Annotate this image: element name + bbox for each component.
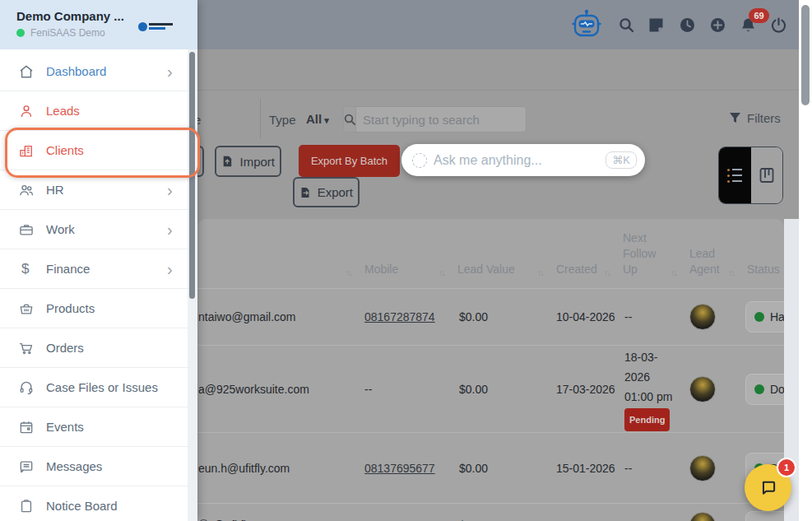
filters-label: Filters [747, 111, 781, 125]
chevron-right-icon: › [167, 221, 173, 238]
filters-button[interactable]: Filters [729, 111, 781, 125]
chat-unread-badge: 1 [777, 458, 796, 477]
workspace-name: FeniSAAS Demo [30, 27, 105, 39]
caret-down-icon: ▾ [324, 115, 329, 125]
list-view-icon [727, 169, 742, 183]
lead-agent-avatar[interactable] [689, 376, 716, 402]
column-header-next-follow-up[interactable]: Next Follow Up [623, 230, 666, 277]
power-logout-icon[interactable] [771, 17, 786, 33]
sidebar-item-label: Products [46, 301, 95, 315]
briefcase-icon [18, 221, 35, 238]
sidebar-item-label: Finance [46, 262, 90, 276]
sidebar-item-hr[interactable]: HR › [0, 170, 188, 210]
sidebar-item-dashboard[interactable]: Dashboard › [0, 52, 188, 91]
column-header-mobile[interactable]: Mobile [364, 262, 398, 277]
status-badge[interactable]: D [745, 511, 784, 521]
sidebar-item-case-files[interactable]: Case Files or Issues [0, 368, 188, 407]
sidebar-item-finance[interactable]: $ Finance › [0, 249, 188, 289]
cell-created: 10-04-2026 [556, 310, 615, 323]
leads-table-card: ↑↓ Mobile ↑↓ Lead Value ↑↓ Created ↑↓ Ne… [197, 219, 784, 521]
file-export-icon [299, 186, 311, 199]
clipboard-icon [18, 498, 35, 514]
cell-mobile-link[interactable]: 08167287874 [364, 310, 435, 323]
global-search-icon[interactable] [619, 17, 634, 33]
cell-mobile-link[interactable]: 08137695677 [364, 462, 435, 475]
cell-email: eun.h@ufitfly.com [198, 462, 290, 475]
sidebar-item-label: Work [46, 222, 75, 236]
users-icon [18, 182, 35, 198]
sidebar-item-events[interactable]: Events [0, 407, 188, 447]
headset-icon [18, 379, 35, 396]
follow-up-datetime: 18-03-2026 01:00 pm [624, 351, 672, 403]
cell-next-follow-up: -- [624, 458, 677, 478]
lead-agent-avatar[interactable] [689, 455, 716, 481]
lead-agent-avatar[interactable] [689, 512, 716, 521]
chevron-right-icon: › [167, 261, 173, 277]
home-icon [18, 63, 35, 80]
type-dropdown[interactable]: All▾ [306, 112, 329, 126]
window-scrollbar-thumb[interactable] [801, 5, 810, 105]
sort-icon[interactable]: ↑↓ [604, 267, 610, 277]
export-label: Export [318, 185, 353, 199]
sidebar-item-label: HR [46, 183, 64, 197]
sidebar-company-header[interactable]: Demo Company ... FeniSAAS Demo [0, 0, 197, 49]
table-row[interactable]: eun.h@ufitfly.com 08137695677 $0.00 15-0… [197, 433, 784, 504]
assistant-robot-icon[interactable] [569, 7, 604, 42]
status-badge[interactable]: Hal [745, 301, 784, 333]
table-row[interactable]: @ufitfly.com $0.00 15-01-2026 D [197, 504, 784, 521]
status-label: Hal [770, 310, 784, 323]
export-by-batch-label: Export By Batch [311, 155, 387, 167]
cell-created: 17-03-2026 [556, 383, 615, 396]
sidebar-scrollbar-thumb[interactable] [189, 52, 195, 299]
column-header-lead-agent[interactable]: Lead Agent [689, 246, 729, 277]
kanban-view-icon [758, 166, 776, 184]
column-header-created[interactable]: Created [556, 262, 597, 277]
sidebar-item-work[interactable]: Work › [0, 210, 188, 249]
table-row[interactable]: ntaiwo@gmail.com 08167287874 $0.00 10-04… [197, 289, 784, 346]
divider [260, 99, 261, 139]
sidebar-item-label: Notice Board [46, 499, 118, 513]
cell-next-follow-up: 18-03-2026 01:00 pm Pending [624, 347, 677, 431]
view-toggle [718, 147, 783, 204]
column-header-lead-value[interactable]: Lead Value [457, 262, 515, 277]
status-dot-icon [754, 384, 764, 394]
list-view-button[interactable] [719, 147, 751, 203]
export-button[interactable]: Export [293, 177, 360, 207]
ask-ai-search-bar[interactable]: ⌘K [401, 144, 645, 176]
sort-icon[interactable]: ↑↓ [537, 267, 543, 277]
sort-icon[interactable]: ↑↓ [438, 267, 444, 277]
cell-lead-value: $0.00 [459, 462, 488, 475]
sort-icon[interactable]: ↑↓ [728, 267, 734, 277]
search-input[interactable] [356, 113, 533, 127]
sort-icon[interactable]: ↑↓ [346, 267, 351, 277]
sidebar-item-label: Dashboard [46, 64, 106, 78]
sidebar-item-clients[interactable]: Clients [0, 131, 188, 170]
cell-lead-value: $0.00 [459, 310, 488, 323]
message-icon [18, 458, 35, 475]
table-search-box[interactable] [343, 106, 527, 133]
sidebar-item-products[interactable]: Products [0, 289, 188, 328]
lead-agent-avatar[interactable] [689, 304, 716, 330]
add-icon[interactable] [710, 17, 726, 33]
sidebar-item-orders[interactable]: Orders [0, 328, 188, 368]
sort-icon[interactable]: ↑↓ [670, 267, 676, 277]
clock-icon[interactable] [680, 17, 695, 33]
sidebar-item-label: Case Files or Issues [46, 380, 158, 394]
sidebar-item-messages[interactable]: Messages [0, 447, 188, 486]
ask-ai-input[interactable] [427, 153, 606, 168]
column-header-status[interactable]: Status [747, 262, 780, 277]
fenisaas-logo [138, 21, 173, 32]
sidebar-menu: Demo Company ... FeniSAAS Demo Dashboard… [0, 0, 197, 521]
status-dot-icon [754, 312, 764, 322]
type-label: Type [269, 113, 296, 127]
import-button[interactable]: Import [215, 146, 281, 177]
notes-icon[interactable] [648, 17, 664, 33]
status-badge[interactable]: Don [745, 374, 784, 405]
sidebar-item-notice-board[interactable]: Notice Board [0, 486, 188, 521]
kanban-view-button[interactable] [751, 147, 783, 203]
export-by-batch-button[interactable]: Export By Batch [299, 145, 400, 177]
table-row[interactable]: a@925worksuite.com -- $0.00 17-03-2026 1… [197, 346, 784, 433]
app-window: 69 e Type All▾ Filters [0, 0, 812, 521]
sidebar-item-label: Events [46, 420, 84, 434]
sidebar-item-leads[interactable]: Leads [0, 91, 188, 131]
